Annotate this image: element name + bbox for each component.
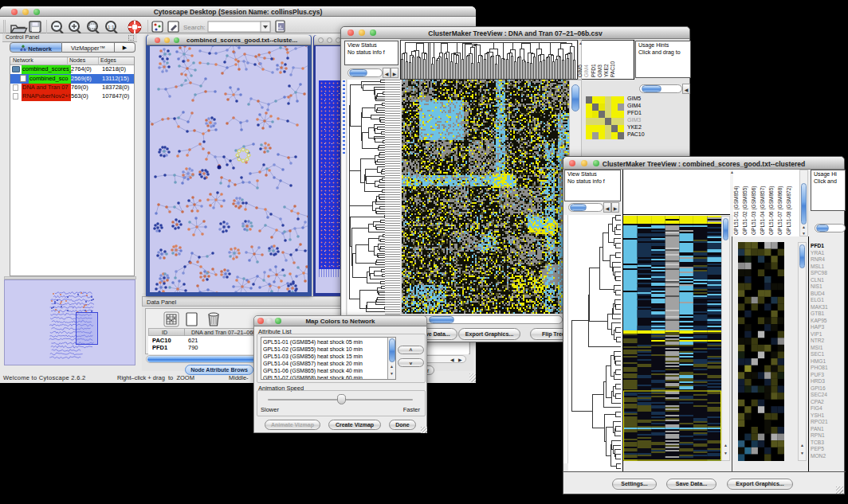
- svg-text:Search:: Search:: [183, 24, 206, 31]
- svg-text:1:1: 1:1: [108, 25, 115, 29]
